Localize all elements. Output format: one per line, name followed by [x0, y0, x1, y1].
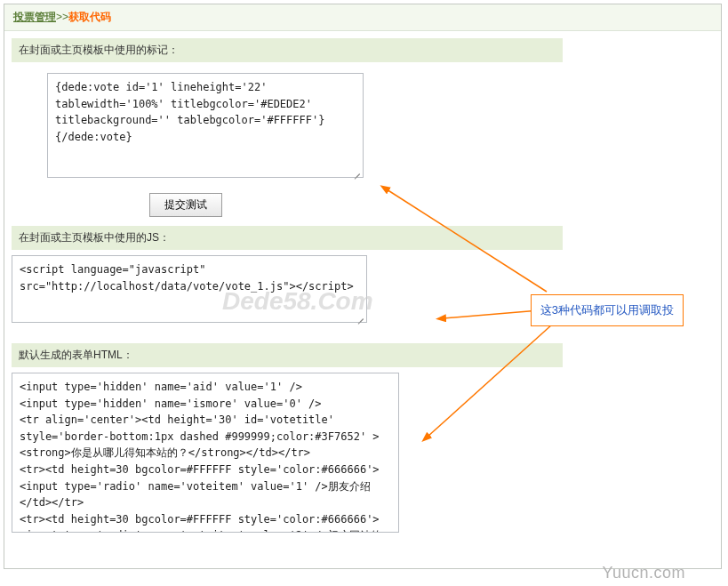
main-frame: 投票管理>>获取代码 在封面或主页模板中使用的标记： 提交测试 在封面或主页模板…: [4, 4, 722, 569]
breadcrumb-sep: >>: [56, 11, 68, 23]
submit-test-button[interactable]: 提交测试: [149, 193, 222, 217]
section-template-tag: 在封面或主页模板中使用的标记： 提交测试: [12, 38, 714, 217]
template-tag-textarea[interactable]: [47, 73, 364, 178]
js-code-textarea[interactable]: [12, 255, 367, 323]
section-html: 默认生成的表单HTML：: [12, 343, 714, 535]
section-title: 在封面或主页模板中使用的JS：: [12, 226, 563, 250]
breadcrumb-current: 获取代码: [68, 11, 111, 23]
annotation-callout: 这3种代码都可以用调取投: [531, 294, 684, 326]
watermark-corner: Yuucn.com: [602, 564, 685, 582]
html-code-textarea[interactable]: [12, 373, 399, 533]
breadcrumb-link[interactable]: 投票管理: [13, 11, 56, 23]
breadcrumb: 投票管理>>获取代码: [4, 4, 721, 31]
section-title: 默认生成的表单HTML：: [12, 343, 563, 367]
section-title: 在封面或主页模板中使用的标记：: [12, 38, 563, 62]
